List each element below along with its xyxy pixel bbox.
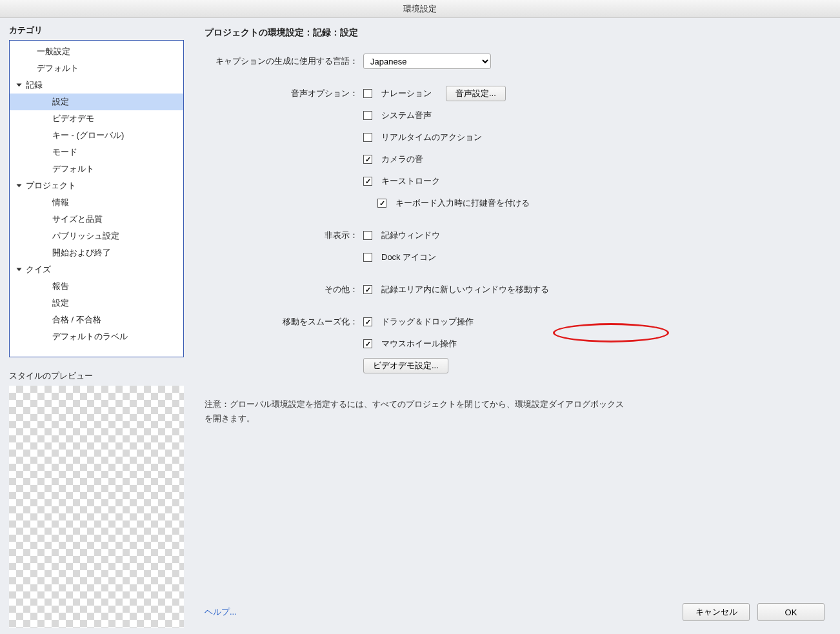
- tree-node-quiz[interactable]: クイズ: [10, 261, 183, 278]
- tree-item-proj-info[interactable]: 情報: [10, 194, 183, 211]
- rec-window-checkbox[interactable]: [363, 231, 372, 240]
- video-demo-settings-button[interactable]: ビデオデモ設定...: [363, 358, 448, 373]
- camera-label: カメラの音: [381, 154, 423, 165]
- chevron-down-icon: [17, 184, 22, 188]
- drag-label: ドラッグ＆ドロップ操作: [381, 316, 474, 328]
- tree-item-proj-size[interactable]: サイズと品質: [10, 211, 183, 228]
- audio-settings-button[interactable]: 音声設定...: [446, 86, 506, 101]
- rec-window-label: 記録ウィンドウ: [381, 230, 440, 241]
- system-audio-row: . システム音声: [205, 107, 825, 124]
- move-window-checkbox[interactable]: [363, 285, 372, 294]
- wheel-checkbox[interactable]: [363, 339, 372, 348]
- tree-node-project[interactable]: プロジェクト: [10, 177, 183, 194]
- hide-label: 非表示：: [205, 230, 363, 241]
- system-audio-checkbox[interactable]: [363, 111, 372, 120]
- typesound-label: キーボード入力時に打鍵音を付ける: [395, 197, 530, 209]
- help-link[interactable]: ヘルプ...: [205, 606, 237, 618]
- hide-row: 非表示： 記録ウィンドウ: [205, 227, 825, 244]
- page-title: プロジェクトの環境設定：記録：設定: [205, 27, 825, 39]
- category-label: カテゴリ: [9, 25, 184, 36]
- move-window-label: 記録エリア内に新しいウィンドウを移動する: [381, 284, 549, 295]
- dock-icon-label: Dock アイコン: [381, 252, 436, 263]
- tree-item-quiz-settings[interactable]: 設定: [10, 295, 183, 312]
- video-demo-btn-row: . ビデオデモ設定...: [205, 357, 825, 374]
- realtime-checkbox[interactable]: [363, 133, 372, 142]
- chevron-down-icon: [17, 268, 22, 272]
- tree-item-proj-publish[interactable]: パブリッシュ設定: [10, 228, 183, 244]
- audio-label: 音声オプション：: [205, 88, 363, 99]
- keystroke-row: . キーストローク: [205, 173, 825, 190]
- other-label: その他：: [205, 284, 363, 295]
- realtime-label: リアルタイムのアクション: [381, 132, 482, 143]
- tree-item-defaults[interactable]: デフォルト: [10, 60, 183, 77]
- cancel-button[interactable]: キャンセル: [683, 603, 750, 621]
- window-title: 環境設定: [403, 4, 437, 14]
- bottom-bar: ヘルプ... キャンセル OK: [205, 603, 825, 621]
- wheel-label: マウスホイール操作: [381, 338, 457, 350]
- caption-lang-label: キャプションの生成に使用する言語：: [205, 55, 363, 67]
- smooth-row: 移動をスムーズ化： ドラッグ＆ドロップ操作: [205, 313, 825, 330]
- keystroke-label: キーストローク: [381, 175, 440, 187]
- tree-item-rec-video[interactable]: ビデオデモ: [10, 110, 183, 127]
- tree-item-proj-start[interactable]: 開始および終了: [10, 244, 183, 261]
- dock-icon-checkbox[interactable]: [363, 253, 372, 262]
- note-text: 注意：グローバル環境設定を指定するには、すべてのプロジェクトを閉じてから、環境設…: [205, 397, 624, 426]
- camera-row: . カメラの音: [205, 151, 825, 168]
- ok-button[interactable]: OK: [757, 603, 825, 621]
- tree-item-quiz-report[interactable]: 報告: [10, 278, 183, 295]
- dock-icon-row: . Dock アイコン: [205, 249, 825, 266]
- smooth-label: 移動をスムーズ化：: [205, 316, 363, 328]
- window-titlebar: 環境設定: [0, 0, 840, 18]
- other-row: その他： 記録エリア内に新しいウィンドウを移動する: [205, 281, 825, 298]
- tree-item-rec-defaults[interactable]: デフォルト: [10, 161, 183, 177]
- caption-lang-select[interactable]: Japanese: [363, 54, 491, 69]
- main-panel: プロジェクトの環境設定：記録：設定 キャプションの生成に使用する言語： Japa…: [190, 18, 840, 634]
- camera-checkbox[interactable]: [363, 155, 372, 164]
- narration-label: ナレーション: [381, 88, 432, 99]
- tree-item-quiz-pass[interactable]: 合格 / 不合格: [10, 312, 183, 328]
- tree-item-rec-mode[interactable]: モード: [10, 144, 183, 161]
- tree-node-recording[interactable]: 記録: [10, 77, 183, 94]
- chevron-down-icon: [17, 84, 22, 87]
- tree-item-general[interactable]: 一般設定: [10, 43, 183, 60]
- caption-lang-row: キャプションの生成に使用する言語： Japanese: [205, 53, 825, 70]
- keystroke-checkbox[interactable]: [363, 177, 372, 186]
- style-preview-label: スタイルのプレビュー: [9, 370, 184, 382]
- drag-checkbox[interactable]: [363, 317, 372, 326]
- realtime-row: . リアルタイムのアクション: [205, 129, 825, 146]
- category-tree[interactable]: 一般設定 デフォルト 記録 設定 ビデオデモ キー - (グローバル) モード …: [9, 40, 184, 357]
- style-preview: [9, 386, 184, 628]
- typesound-checkbox[interactable]: [377, 199, 386, 208]
- audio-row: 音声オプション： ナレーション 音声設定...: [205, 85, 825, 102]
- system-audio-label: システム音声: [381, 110, 432, 121]
- dialog-body: カテゴリ 一般設定 デフォルト 記録 設定 ビデオデモ キー - (グローバル)…: [0, 18, 840, 634]
- narration-checkbox[interactable]: [363, 89, 372, 98]
- tree-item-quiz-labels[interactable]: デフォルトのラベル: [10, 328, 183, 345]
- tree-item-rec-keys[interactable]: キー - (グローバル): [10, 127, 183, 144]
- wheel-row: . マウスホイール操作: [205, 335, 825, 352]
- tree-item-rec-settings[interactable]: 設定: [10, 94, 183, 110]
- left-panel: カテゴリ 一般設定 デフォルト 記録 設定 ビデオデモ キー - (グローバル)…: [0, 18, 190, 634]
- typesound-row: . キーボード入力時に打鍵音を付ける: [205, 195, 825, 212]
